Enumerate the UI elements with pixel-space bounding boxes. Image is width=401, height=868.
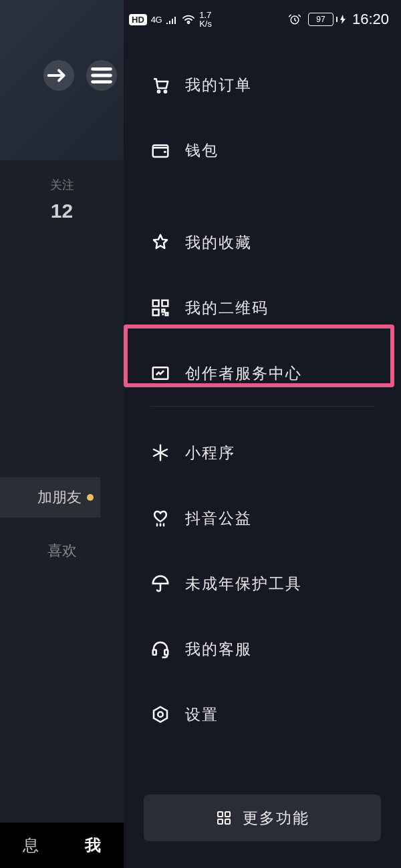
network-4g: 4G [151,15,162,25]
menu-button[interactable] [86,60,117,91]
svg-rect-5 [162,300,168,306]
battery-indicator: 97 [308,13,346,26]
menu-item-minor-protection[interactable]: 未成年保护工具 [124,551,401,616]
umbrella-icon [150,574,170,594]
side-drawer: HD 4G 1.7 K/s 97 16:20 我的订单 [124,0,401,868]
gear-icon [150,704,170,724]
menu-label: 我的客服 [185,639,252,660]
follow-label: 关注 [0,177,124,193]
profile-background: 关注 12 加朋友 喜欢 息 我 [0,0,124,868]
charging-icon [340,15,346,24]
menu-item-qrcode[interactable]: 我的二维码 [124,275,401,341]
cart-icon [150,75,170,95]
notification-dot-icon [87,494,94,501]
headset-icon [150,639,170,659]
wallet-icon [150,140,170,160]
nav-me[interactable]: 我 [85,835,101,856]
tab-likes[interactable]: 喜欢 [0,541,124,561]
menu-item-support[interactable]: 我的客服 [124,616,401,682]
add-friend-tab[interactable]: 加朋友 [0,477,100,517]
menu-item-miniapp[interactable]: 小程序 [124,420,401,485]
menu-item-charity[interactable]: 抖音公益 [124,485,401,551]
bottom-nav: 息 我 [0,823,124,868]
menu-label: 未成年保护工具 [185,574,302,594]
menu-label: 创作者服务中心 [185,363,302,384]
svg-rect-9 [164,650,168,655]
menu-divider [150,406,374,407]
alarm-icon [288,13,301,26]
menu-label: 我的收藏 [185,232,252,253]
drawer-menu: 我的订单 钱包 我的收藏 我的二维码 创作者服务中心 [124,39,401,868]
net-speed-unit: K/s [199,19,212,28]
hamburger-icon [86,60,117,91]
svg-rect-12 [225,812,230,817]
menu-label: 设置 [185,704,219,725]
hd-badge: HD [129,14,147,25]
qrcode-icon [150,298,170,318]
svg-rect-11 [218,812,223,817]
add-friend-label: 加朋友 [37,487,82,507]
grid-icon [216,810,232,826]
menu-label: 我的二维码 [185,298,269,318]
heart-rain-icon [150,508,170,528]
status-bar: HD 4G 1.7 K/s 97 16:20 [124,0,401,39]
clock-time: 16:20 [352,11,389,28]
pointing-hand-icon [43,60,74,91]
svg-point-2 [164,90,166,92]
menu-item-orders[interactable]: 我的订单 [124,52,401,118]
follow-stat[interactable]: 关注 12 [0,160,124,222]
menu-label: 小程序 [185,443,235,463]
menu-item-creator-center[interactable]: 创作者服务中心 [124,341,401,406]
wifi-icon [182,14,195,25]
analytics-icon [150,363,170,383]
menu-item-settings[interactable]: 设置 [124,682,401,747]
menu-label: 钱包 [185,140,219,161]
nav-messages[interactable]: 息 [23,835,39,856]
profile-header [0,0,124,160]
menu-item-favorites[interactable]: 我的收藏 [124,210,401,275]
svg-rect-13 [218,819,223,824]
svg-point-1 [158,90,160,92]
menu-label: 抖音公益 [185,508,252,529]
signal-bars-icon [166,15,178,24]
more-label: 更多功能 [243,808,309,829]
spark-icon [150,443,170,463]
svg-rect-6 [153,310,159,316]
svg-rect-14 [225,819,230,824]
share-button[interactable] [43,60,74,91]
svg-point-10 [158,712,163,717]
more-features-button[interactable]: 更多功能 [144,795,381,841]
menu-label: 我的订单 [185,75,252,95]
menu-item-wallet[interactable]: 钱包 [124,118,401,183]
svg-rect-8 [153,650,156,655]
star-icon [150,232,170,252]
follow-count: 12 [0,200,124,222]
svg-rect-4 [153,300,159,306]
